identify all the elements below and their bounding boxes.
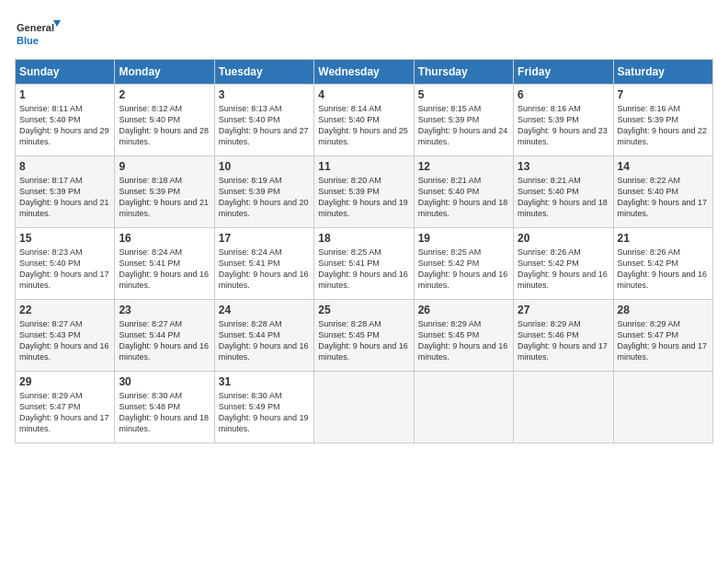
day-cell: 17Sunrise: 8:24 AMSunset: 5:41 PMDayligh… bbox=[214, 228, 313, 300]
day-info: Sunrise: 8:15 AMSunset: 5:39 PMDaylight:… bbox=[418, 104, 508, 146]
calendar-table: SundayMondayTuesdayWednesdayThursdayFrid… bbox=[15, 59, 713, 443]
day-cell: 29Sunrise: 8:29 AMSunset: 5:47 PMDayligh… bbox=[16, 372, 115, 443]
day-cell: 20Sunrise: 8:26 AMSunset: 5:42 PMDayligh… bbox=[514, 228, 613, 300]
day-info: Sunrise: 8:28 AMSunset: 5:44 PMDaylight:… bbox=[219, 319, 309, 362]
day-number: 20 bbox=[518, 232, 609, 245]
day-info: Sunrise: 8:24 AMSunset: 5:41 PMDaylight:… bbox=[219, 247, 309, 290]
day-info: Sunrise: 8:13 AMSunset: 5:40 PMDaylight:… bbox=[219, 104, 309, 146]
day-number: 23 bbox=[119, 304, 210, 316]
day-number: 24 bbox=[219, 304, 310, 316]
day-cell: 13Sunrise: 8:21 AMSunset: 5:40 PMDayligh… bbox=[514, 156, 613, 228]
day-number: 31 bbox=[219, 375, 310, 388]
day-cell: 18Sunrise: 8:25 AMSunset: 5:41 PMDayligh… bbox=[314, 228, 414, 300]
day-number: 28 bbox=[618, 304, 709, 316]
day-info: Sunrise: 8:29 AMSunset: 5:46 PMDaylight:… bbox=[518, 319, 608, 362]
day-info: Sunrise: 8:23 AMSunset: 5:40 PMDaylight:… bbox=[19, 247, 109, 290]
day-number: 25 bbox=[318, 304, 409, 316]
day-number: 21 bbox=[618, 232, 709, 245]
day-cell: 10Sunrise: 8:19 AMSunset: 5:39 PMDayligh… bbox=[214, 156, 313, 228]
day-number: 16 bbox=[119, 232, 210, 245]
day-cell: 16Sunrise: 8:24 AMSunset: 5:41 PMDayligh… bbox=[115, 228, 214, 300]
day-info: Sunrise: 8:25 AMSunset: 5:41 PMDaylight:… bbox=[318, 247, 408, 290]
day-cell: 2Sunrise: 8:12 AMSunset: 5:40 PMDaylight… bbox=[115, 85, 214, 156]
logo-svg: General Blue bbox=[15, 15, 61, 52]
day-number: 29 bbox=[19, 375, 110, 388]
col-header-thursday: Thursday bbox=[414, 60, 513, 85]
calendar-row: 1Sunrise: 8:11 AMSunset: 5:40 PMDaylight… bbox=[16, 85, 713, 156]
day-info: Sunrise: 8:19 AMSunset: 5:39 PMDaylight:… bbox=[219, 176, 309, 218]
day-cell: 23Sunrise: 8:27 AMSunset: 5:44 PMDayligh… bbox=[115, 300, 214, 372]
svg-text:General: General bbox=[17, 22, 54, 33]
calendar-header-row: SundayMondayTuesdayWednesdayThursdayFrid… bbox=[16, 60, 713, 85]
day-number: 12 bbox=[418, 160, 509, 173]
day-cell: 27Sunrise: 8:29 AMSunset: 5:46 PMDayligh… bbox=[514, 300, 613, 372]
day-cell: 15Sunrise: 8:23 AMSunset: 5:40 PMDayligh… bbox=[16, 228, 115, 300]
day-number: 30 bbox=[119, 375, 210, 388]
day-number: 1 bbox=[19, 88, 110, 101]
day-info: Sunrise: 8:29 AMSunset: 5:47 PMDaylight:… bbox=[618, 319, 708, 362]
day-info: Sunrise: 8:21 AMSunset: 5:40 PMDaylight:… bbox=[418, 176, 508, 218]
day-cell bbox=[314, 372, 414, 443]
day-info: Sunrise: 8:27 AMSunset: 5:43 PMDaylight:… bbox=[19, 319, 109, 362]
col-header-friday: Friday bbox=[514, 60, 613, 85]
day-cell: 22Sunrise: 8:27 AMSunset: 5:43 PMDayligh… bbox=[16, 300, 115, 372]
day-cell: 21Sunrise: 8:26 AMSunset: 5:42 PMDayligh… bbox=[613, 228, 712, 300]
page-header: General Blue bbox=[15, 15, 713, 52]
day-cell: 7Sunrise: 8:16 AMSunset: 5:39 PMDaylight… bbox=[613, 85, 712, 156]
day-info: Sunrise: 8:30 AMSunset: 5:48 PMDaylight:… bbox=[119, 391, 209, 433]
day-number: 19 bbox=[418, 232, 509, 245]
day-number: 8 bbox=[19, 160, 110, 173]
day-info: Sunrise: 8:17 AMSunset: 5:39 PMDaylight:… bbox=[19, 176, 109, 218]
svg-marker-2 bbox=[53, 20, 61, 27]
day-info: Sunrise: 8:21 AMSunset: 5:40 PMDaylight:… bbox=[518, 176, 608, 218]
day-number: 2 bbox=[119, 88, 210, 101]
day-info: Sunrise: 8:28 AMSunset: 5:45 PMDaylight:… bbox=[318, 319, 408, 362]
day-number: 9 bbox=[119, 160, 210, 173]
day-cell: 19Sunrise: 8:25 AMSunset: 5:42 PMDayligh… bbox=[414, 228, 513, 300]
day-cell: 14Sunrise: 8:22 AMSunset: 5:40 PMDayligh… bbox=[613, 156, 712, 228]
day-cell bbox=[613, 372, 712, 443]
day-number: 5 bbox=[418, 88, 509, 101]
day-info: Sunrise: 8:18 AMSunset: 5:39 PMDaylight:… bbox=[119, 176, 209, 218]
day-info: Sunrise: 8:12 AMSunset: 5:40 PMDaylight:… bbox=[119, 104, 209, 146]
day-info: Sunrise: 8:29 AMSunset: 5:45 PMDaylight:… bbox=[418, 319, 508, 362]
day-cell: 11Sunrise: 8:20 AMSunset: 5:39 PMDayligh… bbox=[314, 156, 414, 228]
calendar-row: 8Sunrise: 8:17 AMSunset: 5:39 PMDaylight… bbox=[16, 156, 713, 228]
day-number: 6 bbox=[518, 88, 609, 101]
day-info: Sunrise: 8:27 AMSunset: 5:44 PMDaylight:… bbox=[119, 319, 209, 362]
calendar-row: 29Sunrise: 8:29 AMSunset: 5:47 PMDayligh… bbox=[16, 372, 713, 443]
day-number: 22 bbox=[19, 304, 110, 316]
day-number: 7 bbox=[618, 88, 709, 101]
day-info: Sunrise: 8:24 AMSunset: 5:41 PMDaylight:… bbox=[119, 247, 209, 290]
day-cell: 4Sunrise: 8:14 AMSunset: 5:40 PMDaylight… bbox=[314, 85, 414, 156]
day-info: Sunrise: 8:14 AMSunset: 5:40 PMDaylight:… bbox=[318, 104, 408, 146]
day-number: 10 bbox=[219, 160, 310, 173]
day-number: 18 bbox=[318, 232, 409, 245]
day-cell: 3Sunrise: 8:13 AMSunset: 5:40 PMDaylight… bbox=[214, 85, 313, 156]
day-info: Sunrise: 8:16 AMSunset: 5:39 PMDaylight:… bbox=[518, 104, 608, 146]
day-cell-1: 1Sunrise: 8:11 AMSunset: 5:40 PMDaylight… bbox=[16, 85, 115, 156]
day-info: Sunrise: 8:22 AMSunset: 5:40 PMDaylight:… bbox=[618, 176, 708, 218]
day-cell: 6Sunrise: 8:16 AMSunset: 5:39 PMDaylight… bbox=[514, 85, 613, 156]
day-info: Sunrise: 8:26 AMSunset: 5:42 PMDaylight:… bbox=[518, 247, 608, 290]
day-number: 13 bbox=[518, 160, 609, 173]
day-cell: 31Sunrise: 8:30 AMSunset: 5:49 PMDayligh… bbox=[214, 372, 313, 443]
day-info: Sunrise: 8:20 AMSunset: 5:39 PMDaylight:… bbox=[318, 176, 408, 218]
day-cell: 5Sunrise: 8:15 AMSunset: 5:39 PMDaylight… bbox=[414, 85, 513, 156]
day-info: Sunrise: 8:25 AMSunset: 5:42 PMDaylight:… bbox=[418, 247, 508, 290]
col-header-monday: Monday bbox=[115, 60, 214, 85]
calendar-row: 15Sunrise: 8:23 AMSunset: 5:40 PMDayligh… bbox=[16, 228, 713, 300]
day-info: Sunrise: 8:26 AMSunset: 5:42 PMDaylight:… bbox=[618, 247, 708, 290]
day-cell: 28Sunrise: 8:29 AMSunset: 5:47 PMDayligh… bbox=[613, 300, 712, 372]
svg-text:Blue: Blue bbox=[17, 35, 39, 46]
day-info: Sunrise: 8:29 AMSunset: 5:47 PMDaylight:… bbox=[19, 391, 109, 433]
day-number: 4 bbox=[318, 88, 409, 101]
day-number: 17 bbox=[219, 232, 310, 245]
day-cell: 25Sunrise: 8:28 AMSunset: 5:45 PMDayligh… bbox=[314, 300, 414, 372]
day-number: 15 bbox=[19, 232, 110, 245]
day-number: 26 bbox=[418, 304, 509, 316]
day-cell: 12Sunrise: 8:21 AMSunset: 5:40 PMDayligh… bbox=[414, 156, 513, 228]
col-header-wednesday: Wednesday bbox=[314, 60, 414, 85]
day-cell bbox=[414, 372, 513, 443]
col-header-sunday: Sunday bbox=[16, 60, 115, 85]
